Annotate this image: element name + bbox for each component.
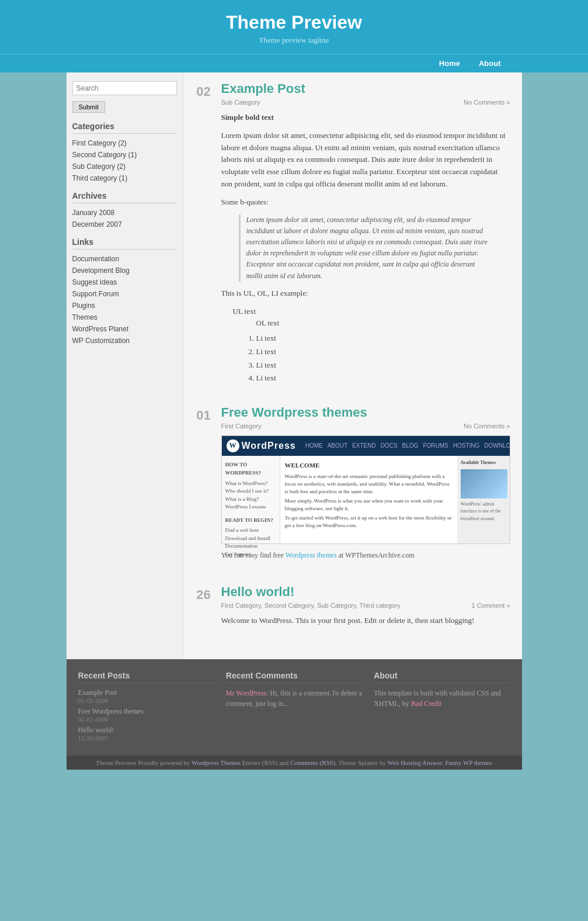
wp-admin-text: WordPress' admin interface is one of the… — [461, 501, 506, 523]
wp-logo-text: WordPress — [242, 438, 296, 453]
nav-link-about[interactable]: About — [469, 54, 510, 72]
wp-nav-about: ABOUT — [328, 441, 347, 451]
footer-about-link[interactable]: Bad Credit — [411, 700, 441, 708]
post-date: 02 — [195, 84, 213, 99]
footer-post-link-1[interactable]: Example Post — [78, 688, 117, 697]
post-meta-hello: First Category, Second Category, Sub Cat… — [221, 602, 510, 609]
wp-howto-label: HOW TO WORDPRESS? — [225, 462, 262, 476]
list-item: Li text — [256, 333, 510, 345]
post-body-hello: Hello world! First Category, Second Cate… — [221, 584, 510, 633]
post-ul-ol-label: This is UL, OL, LI example: — [221, 288, 510, 300]
list-item: Li text — [256, 372, 510, 385]
footer-funny-link[interactable]: Funny WP themes — [445, 759, 492, 766]
categories-heading: Categories — [72, 122, 177, 134]
list-item: Example Post 01-02-2008 — [78, 688, 214, 704]
category-link-sub[interactable]: Sub Category (2) — [72, 162, 126, 171]
post-paragraph1: Lorem ipsum dolor sit amet, consectetur … — [221, 130, 510, 191]
link-suggest[interactable]: Suggest Ideas — [72, 278, 117, 286]
archive-dec2007[interactable]: December 2007 — [72, 220, 122, 228]
footer-post-date-2: 01-01-2008 — [78, 716, 214, 723]
wp-available-themes: Available Themes — [461, 459, 506, 467]
nav-item-home[interactable]: Home — [430, 54, 469, 72]
list-item: Development Blog — [72, 265, 177, 276]
main-nav: Home About — [0, 54, 588, 72]
footer-about-text: This template is built with validated CS… — [374, 688, 510, 709]
list-item: December 2007 — [72, 219, 177, 230]
link-devblog[interactable]: Development Blog — [72, 266, 130, 275]
wp-link4: WordPress Lessons — [225, 503, 276, 511]
post-category-wp: First Category — [221, 423, 262, 430]
list-item: Hello world! 12-26-2007 — [78, 725, 214, 742]
footer-recent-comments: Recent Comments Mr WordPress: Hi, this i… — [226, 671, 362, 744]
wp-themes-link[interactable]: Wordpress themes — [286, 551, 337, 559]
site-header: Theme Preview Theme preview tagline — [0, 0, 588, 54]
archives-list: January 2008 December 2007 — [72, 207, 177, 230]
footer-hosting-link[interactable]: Web Hosting Answer — [388, 759, 442, 766]
post-date-wp: 01 — [195, 408, 213, 423]
list-item: WP Customization — [72, 335, 177, 347]
post-title-link-hello[interactable]: Hello world! — [221, 584, 295, 599]
nav-item-about[interactable]: About — [469, 54, 510, 72]
wp-nav-download: DOWNLOAD — [484, 441, 510, 451]
link-documentation[interactable]: Documentation — [72, 255, 120, 263]
link-wpcustomization[interactable]: WP Customization — [72, 337, 130, 345]
footer-entries-label: Entries (RSS) — [242, 759, 278, 766]
footer-about-heading: About — [374, 671, 510, 683]
wp-nav-forums: FORUMS — [423, 441, 448, 451]
link-support[interactable]: Support Forum — [72, 290, 119, 298]
wp-body-p2: More simply, WordPress is what you use w… — [285, 497, 453, 512]
link-themes[interactable]: Themes — [72, 313, 98, 321]
link-plugins[interactable]: Plugins — [72, 302, 95, 310]
footer-post-link-3[interactable]: Hello world! — [78, 726, 114, 734]
list-item: Support Forum — [72, 288, 177, 300]
search-button[interactable]: Submit — [72, 101, 105, 113]
sidebar: Submit Categories First Category (2) Sec… — [67, 72, 183, 659]
wp-body-p1: WordPress is a state-of-the-art semantic… — [285, 473, 453, 495]
archive-jan2008[interactable]: January 2008 — [72, 209, 115, 217]
search-input[interactable] — [72, 81, 177, 95]
footer-wp-themes-link[interactable]: Wordpress Themes — [192, 759, 241, 766]
wp-body: HOW TO WORDPRESS? What is WordPress? Who… — [222, 456, 510, 543]
footer-comment-text: Mr WordPress: Hi, this is a comment.To d… — [226, 688, 362, 709]
footer-recent-posts: Recent Posts Example Post 01-02-2008 Fre… — [78, 671, 214, 744]
category-link-second[interactable]: Second Category (1) — [72, 151, 137, 159]
nav-link-home[interactable]: Home — [430, 54, 469, 72]
nav-list: Home About — [67, 54, 522, 72]
footer-and: and — [279, 759, 288, 766]
wp-ready-label: READY TO BEGIN? — [225, 517, 273, 523]
wp-side-thumb: Available Themes WordPress' admin interf… — [457, 456, 510, 543]
ol-item-label: OL text — [256, 318, 280, 327]
footer-comment-author[interactable]: Mr WordPress — [226, 689, 266, 697]
post-title-hello: Hello world! — [221, 584, 510, 600]
post-body-wp: Free Wordpress themes First Category No … — [221, 405, 510, 567]
post-meta-wp: First Category No Comments » — [221, 423, 510, 430]
wp-footer-pre: You can easy find free — [221, 551, 284, 559]
list-item: Li text — [256, 346, 510, 358]
wp-logo-letter: W — [229, 440, 236, 451]
post-categories-hello: First Category, Second Category, Sub Cat… — [221, 602, 401, 609]
post-footer-wp: You can easy find free Wordpress themes … — [221, 550, 510, 561]
footer-theme-splatter: . Theme Splatter by — [335, 759, 386, 766]
category-link-first[interactable]: First Category (2) — [72, 139, 127, 147]
categories-list: First Category (2) Second Category (1) S… — [72, 137, 177, 184]
link-wpplanet[interactable]: WordPress Planet — [72, 325, 129, 333]
footer-comments-rss-link[interactable]: Comments (RSS) — [290, 759, 335, 766]
post-title-link-example[interactable]: Example Post — [221, 81, 305, 96]
post-blockquote: Lorem ipsum dolor sit amet, consectetur … — [239, 214, 493, 282]
post-example: 02 Example Post Sub Category No Comments… — [195, 81, 510, 387]
post-ul-text: UL text OL text Li text Li text Li text … — [233, 306, 510, 385]
wp-ready2: Download and Install — [225, 535, 276, 543]
list-item: Plugins — [72, 300, 177, 311]
wp-body-p3: To get started with WordPress, set it up… — [285, 514, 453, 529]
footer-post-link-2[interactable]: Free Wordpress themes — [78, 707, 144, 715]
post-wp-themes: 01 Free Wordpress themes First Category … — [195, 405, 510, 567]
list-item: January 2008 — [72, 207, 177, 219]
post-hello: 26 Hello world! First Category, Second C… — [195, 584, 510, 633]
post-comments-wp: No Comments » — [464, 423, 510, 430]
wp-nav-docs: DOCS — [381, 441, 398, 451]
post-title-link-wp[interactable]: Free Wordpress themes — [221, 405, 367, 420]
ul-item-label: UL text — [233, 307, 256, 316]
category-link-third[interactable]: Third category (1) — [72, 174, 128, 182]
list-item: Sub Category (2) — [72, 161, 177, 172]
list-item: Themes — [72, 311, 177, 323]
